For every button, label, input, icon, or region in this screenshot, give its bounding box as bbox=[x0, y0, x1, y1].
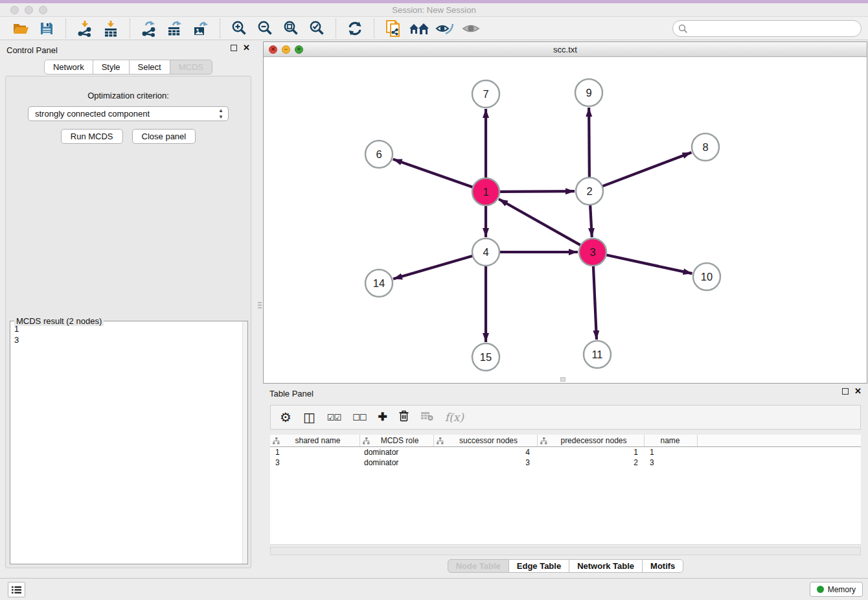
import-table-icon bbox=[102, 20, 119, 37]
list-icon bbox=[11, 586, 22, 594]
tab-motifs[interactable]: Motifs bbox=[642, 559, 683, 573]
network-window-titlebar[interactable]: ✕ − + scc.txt bbox=[264, 42, 867, 57]
table-row[interactable]: 3 dominator 3 2 3 bbox=[270, 457, 861, 468]
import-table-button[interactable] bbox=[98, 18, 124, 39]
memory-button[interactable]: Memory bbox=[810, 582, 863, 597]
graph-node-label-14: 14 bbox=[373, 277, 385, 289]
show-all-networks-button[interactable] bbox=[406, 18, 432, 39]
edge-3-11[interactable] bbox=[593, 264, 597, 340]
refresh-icon bbox=[347, 21, 363, 36]
hierarchy-icon bbox=[363, 437, 370, 444]
select-all-rows-icon[interactable]: ☑☑ bbox=[327, 413, 341, 422]
show-hidden-button[interactable] bbox=[458, 18, 484, 39]
memory-status-icon bbox=[817, 586, 824, 593]
close-panel-button[interactable]: Close panel bbox=[132, 129, 196, 144]
delete-column-trash-icon[interactable] bbox=[399, 410, 409, 424]
network-canvas[interactable]: 7968124314101511 bbox=[264, 57, 867, 383]
clone-network-button[interactable] bbox=[380, 18, 406, 39]
edge-4-14[interactable] bbox=[393, 255, 475, 279]
graph-node-label-1: 1 bbox=[483, 186, 488, 198]
zoom-out-button[interactable] bbox=[252, 18, 278, 39]
close-table-panel-icon[interactable]: ✕ bbox=[854, 388, 862, 395]
export-table-icon bbox=[166, 20, 183, 37]
mcds-result-group: MCDS result (2 nodes) 1 3 bbox=[10, 321, 248, 564]
tab-mcds[interactable]: MCDS bbox=[170, 60, 212, 75]
copy-network-icon bbox=[385, 19, 402, 38]
save-icon bbox=[40, 21, 54, 36]
table-horizontal-scrollbar[interactable] bbox=[270, 547, 861, 555]
search-input[interactable] bbox=[688, 22, 861, 35]
add-column-icon[interactable]: ✚ bbox=[378, 411, 387, 424]
zoom-selected-icon bbox=[309, 20, 325, 36]
open-session-button[interactable] bbox=[8, 18, 34, 39]
table-panel: Table Panel ✕ ⚙ ◫ ☑☑ ☐☐ ✚ bbox=[263, 384, 868, 578]
column-header-name[interactable]: name bbox=[645, 435, 698, 446]
houses-icon bbox=[409, 21, 429, 36]
network-graph[interactable]: 7968124314101511 bbox=[264, 57, 867, 383]
graph-node-label-6: 6 bbox=[376, 148, 382, 160]
column-visibility-icon[interactable]: ◫ bbox=[303, 411, 315, 424]
graph-node-label-7: 7 bbox=[483, 88, 488, 100]
search-field[interactable] bbox=[672, 20, 862, 37]
toolbar-separator bbox=[336, 19, 336, 38]
vertical-splitter[interactable] bbox=[257, 40, 263, 578]
zoom-out-icon bbox=[257, 20, 273, 36]
save-session-button[interactable] bbox=[34, 18, 60, 39]
edge-3-1[interactable] bbox=[499, 199, 582, 246]
splitter-grip bbox=[258, 302, 262, 310]
tab-select[interactable]: Select bbox=[129, 60, 170, 75]
tab-edge-table[interactable]: Edge Table bbox=[508, 559, 569, 573]
column-header-successor-nodes[interactable]: successor nodes bbox=[434, 435, 538, 446]
zoom-fit-button[interactable] bbox=[278, 18, 304, 39]
edge-3-10[interactable] bbox=[604, 255, 692, 273]
edge-2-3[interactable] bbox=[590, 203, 592, 237]
export-table-button[interactable] bbox=[162, 18, 188, 39]
hide-selected-button[interactable] bbox=[432, 18, 458, 39]
toolbar-separator bbox=[65, 19, 66, 38]
import-network-icon bbox=[76, 20, 93, 37]
eye-icon bbox=[462, 21, 480, 36]
edge-2-9[interactable] bbox=[589, 108, 589, 179]
tab-network-table[interactable]: Network Table bbox=[569, 559, 643, 573]
graph-node-label-3: 3 bbox=[589, 246, 595, 258]
edge-1-6[interactable] bbox=[393, 159, 475, 188]
search-icon bbox=[678, 24, 688, 34]
float-panel-icon[interactable] bbox=[231, 45, 237, 51]
tab-node-table[interactable]: Node Table bbox=[448, 559, 509, 573]
export-network-button[interactable] bbox=[136, 18, 162, 39]
tab-network[interactable]: Network bbox=[44, 60, 93, 75]
column-header-predecessor-nodes[interactable]: predecessor nodes bbox=[538, 435, 645, 446]
criterion-select[interactable]: strongly connected component ▲▼ bbox=[28, 106, 229, 121]
mcds-panel-body: Optimization criterion: strongly connect… bbox=[5, 76, 251, 568]
zoom-selected-button[interactable] bbox=[304, 18, 330, 39]
tab-style[interactable]: Style bbox=[93, 60, 130, 75]
edge-2-8[interactable] bbox=[600, 152, 692, 187]
status-bar: Memory bbox=[0, 578, 868, 600]
export-image-button[interactable] bbox=[188, 18, 214, 39]
edge-1-2[interactable] bbox=[497, 191, 575, 192]
table-options-gear-icon[interactable]: ⚙ bbox=[280, 411, 291, 424]
graph-node-label-8: 8 bbox=[702, 141, 708, 153]
float-table-panel-icon[interactable] bbox=[842, 388, 849, 395]
table-tabs: Node Table Edge Table Network Table Moti… bbox=[263, 559, 868, 573]
result-scrollbar[interactable] bbox=[242, 321, 247, 564]
apply-layout-button[interactable] bbox=[342, 18, 368, 39]
task-history-button[interactable] bbox=[8, 582, 25, 597]
hierarchy-icon bbox=[273, 437, 280, 444]
column-header-mcds-role[interactable]: MCDS role bbox=[360, 435, 434, 446]
deselect-all-rows-icon[interactable]: ☐☐ bbox=[352, 413, 366, 422]
table-row[interactable]: 1 dominator 4 1 1 bbox=[270, 447, 861, 457]
canvas-resize-handle[interactable] bbox=[560, 377, 565, 382]
node-table-header: shared name MCDS role successor nodes pr… bbox=[270, 435, 861, 447]
close-panel-icon[interactable]: ✕ bbox=[243, 45, 250, 51]
criterion-value: strongly connected component bbox=[35, 109, 150, 119]
hierarchy-icon bbox=[540, 437, 547, 444]
zoom-in-button[interactable] bbox=[226, 18, 252, 39]
graph-node-label-15: 15 bbox=[480, 351, 492, 363]
toolbar-separator bbox=[130, 19, 130, 38]
column-header-shared-name[interactable]: shared name bbox=[270, 435, 360, 446]
import-network-button[interactable] bbox=[72, 18, 98, 39]
zoom-in-icon bbox=[231, 20, 247, 36]
node-table[interactable]: shared name MCDS role successor nodes pr… bbox=[270, 435, 861, 545]
run-mcds-button[interactable]: Run MCDS bbox=[61, 129, 123, 144]
